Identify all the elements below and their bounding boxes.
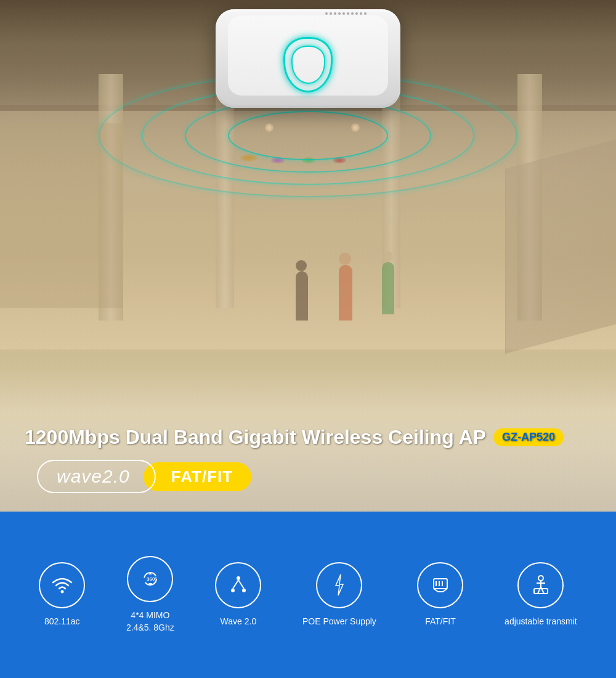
svg-line-6 [233, 580, 238, 589]
feature-badges: wave2.0 FAT/FIT [37, 460, 591, 493]
ap-body [216, 9, 400, 108]
product-info-overlay: 1200Mbps Dual Band Gigabit Wireless Ceil… [0, 414, 616, 512]
wifi-label: 802.11ac [44, 616, 80, 628]
feature-wave: Wave 2.0 [215, 562, 261, 628]
fatfit-label: FAT/FIT [425, 616, 456, 628]
wave-badge: wave2.0 [37, 460, 156, 493]
model-badge: GZ-AP520 [493, 428, 564, 446]
feature-fatfit: FAT/FIT [417, 562, 463, 628]
feature-poe: POE Power Supply [302, 562, 376, 628]
fatfit-icon-circle [417, 562, 463, 608]
svg-point-16 [538, 576, 543, 581]
wave-label: Wave 2.0 [221, 616, 257, 628]
features-bar: 802.11ac 360° 4*4 MIMO2.4&5. 8Ghz [0, 512, 616, 678]
svg-line-7 [238, 580, 244, 589]
feature-wifi: 802.11ac [39, 562, 85, 628]
adjust-icon-circle [517, 562, 564, 608]
product-image-section: 1200Mbps Dual Band Gigabit Wireless Ceil… [0, 0, 616, 512]
ap-led [283, 37, 333, 92]
svg-point-4 [231, 589, 235, 592]
wifi-icon-circle [39, 562, 85, 608]
svg-point-5 [242, 589, 246, 592]
ap-device [209, 9, 407, 133]
mimo-icon-circle: 360° [127, 556, 173, 602]
ap-vents [325, 12, 367, 15]
poe-icon-circle [316, 562, 362, 608]
svg-line-19 [538, 587, 541, 594]
svg-line-20 [541, 587, 544, 594]
fat-fit-badge: FAT/FIT [144, 462, 251, 491]
poe-label: POE Power Supply [302, 616, 376, 628]
svg-point-3 [237, 576, 240, 580]
adjust-label: adjustable transmit [505, 616, 577, 628]
svg-rect-15 [534, 589, 548, 594]
feature-adjust: adjustable transmit [505, 562, 577, 628]
wave-icon-circle [215, 562, 261, 608]
feature-mimo: 360° 4*4 MIMO2.4&5. 8Ghz [126, 556, 174, 634]
product-title-text: 1200Mbps Dual Band Gigabit Wireless Ceil… [25, 426, 486, 449]
svg-text:360°: 360° [147, 576, 157, 582]
mimo-label: 4*4 MIMO2.4&5. 8Ghz [126, 610, 174, 634]
svg-point-0 [60, 590, 63, 594]
product-title-row: 1200Mbps Dual Band Gigabit Wireless Ceil… [25, 426, 591, 449]
